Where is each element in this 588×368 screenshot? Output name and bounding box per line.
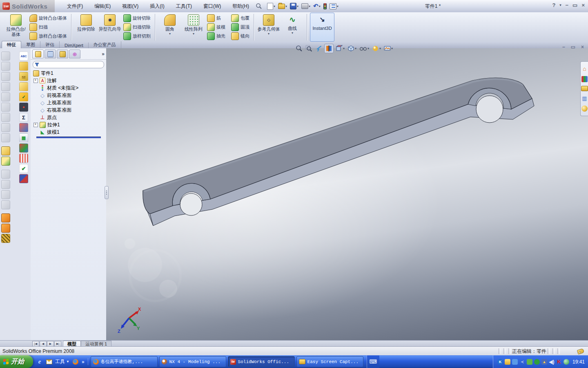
tab-motion-study[interactable]: 运动算例 1: [81, 341, 111, 347]
chevron-down-icon[interactable]: ▾: [193, 32, 194, 36]
search-icon[interactable]: [256, 3, 262, 9]
tab-evaluate[interactable]: 评估: [40, 41, 60, 48]
hide-show-items-button[interactable]: ▾: [359, 44, 370, 53]
new-document-button[interactable]: ▾: [266, 2, 276, 10]
loft-cut-button[interactable]: 放样切割: [122, 32, 152, 40]
dome-button[interactable]: 圆顶: [229, 23, 251, 31]
curves-button[interactable]: ∿ 曲线 ▾: [281, 13, 304, 41]
tree-item-annotations[interactable]: + A 注解: [31, 77, 106, 84]
chevron-down-icon[interactable]: ▾: [268, 32, 270, 36]
design-library-button[interactable]: [581, 76, 588, 82]
rebuild-clock-icon[interactable]: ●: [19, 103, 28, 112]
tab-office-products[interactable]: 办公室产品: [89, 41, 121, 48]
featuremanager-tab[interactable]: [32, 49, 44, 58]
taskbar-window-nx[interactable]: NX 4 - Modeling ...: [159, 356, 226, 367]
feature-toolbar-icon[interactable]: [1, 133, 10, 142]
chevron-down-icon[interactable]: ▾: [355, 47, 356, 50]
part-side-face[interactable]: [150, 99, 534, 226]
tag-icon[interactable]: [577, 348, 585, 354]
part-hole-left[interactable]: [180, 193, 202, 215]
zebra-stripes-icon[interactable]: [19, 154, 28, 163]
feature-toolbar-icon[interactable]: [1, 92, 10, 101]
tab-features[interactable]: 特征: [2, 41, 21, 48]
feature-toolbar-icon[interactable]: [1, 170, 10, 179]
feature-toolbar-icon[interactable]: [1, 190, 10, 199]
menu-insert[interactable]: 插入(I): [145, 2, 169, 11]
graphics-viewport[interactable]: ▾ ▾ ▾ ▾ ▾ − ▭ ×: [106, 48, 588, 340]
edit-appearance-button[interactable]: ▾: [371, 44, 382, 53]
tray-shield-icon[interactable]: [534, 359, 540, 365]
tree-item-front-plane[interactable]: ◇ 前视基准面: [31, 92, 106, 99]
revolve-boss-button[interactable]: 旋转凸台/基体: [28, 14, 69, 22]
chevron-down-icon[interactable]: ▾: [368, 47, 369, 50]
feature-toolbar-icon[interactable]: [1, 72, 10, 81]
display-style-button[interactable]: ▾: [347, 44, 357, 53]
chevron-down-icon[interactable]: ▾: [379, 47, 381, 50]
minimize-button[interactable]: −: [566, 2, 569, 8]
extrude-cut-button[interactable]: 拉伸切除: [74, 13, 98, 41]
feature-toolbar-icon[interactable]: [1, 213, 10, 222]
ie-icon[interactable]: e: [36, 359, 43, 365]
tray-kaspersky-icon[interactable]: K: [556, 359, 562, 365]
loft-boss-button[interactable]: 放样凸台/基体: [28, 32, 69, 40]
language-bar[interactable]: ⌨: [367, 355, 379, 368]
restore-button[interactable]: ▭: [572, 2, 577, 8]
feature-toolbar-icon[interactable]: [1, 123, 10, 132]
instant3d-button[interactable]: ↘ Instant3D: [310, 13, 334, 42]
extrude-boss-button[interactable]: 拉伸凸台/基体: [4, 13, 28, 41]
part-hole-right[interactable]: [476, 96, 503, 123]
expand-plus-icon[interactable]: +: [33, 123, 38, 127]
appearances-button[interactable]: [581, 105, 588, 112]
taskbar-window-easy-screen-capture[interactable]: Easy Screen Capt...: [296, 356, 363, 367]
feature-toolbar-icon[interactable]: [1, 103, 10, 112]
tab-model[interactable]: 模型: [63, 341, 81, 347]
spell-checker-icon[interactable]: ABC: [19, 52, 28, 61]
tray-folder-share-icon[interactable]: [505, 359, 510, 365]
feature-toolbar-icon[interactable]: [1, 234, 10, 243]
tray-volume-icon[interactable]: ◀): [549, 359, 555, 365]
feature-toolbar-icon[interactable]: [1, 82, 10, 91]
file-explorer-button[interactable]: [581, 86, 588, 91]
chevron-down-icon[interactable]: ▾: [391, 47, 393, 50]
tray-kingsoft-icon[interactable]: K: [497, 359, 503, 365]
tray-globe-icon[interactable]: [564, 359, 569, 365]
measure-icon[interactable]: [19, 62, 28, 71]
taskbar-window-firefox[interactable]: 各位高手请指教,...: [91, 356, 158, 367]
feature-toolbar-icon[interactable]: [1, 113, 10, 122]
equations-icon[interactable]: Σ: [19, 113, 28, 122]
mirror-button[interactable]: 镜向: [229, 32, 251, 40]
configurationmanager-tab[interactable]: [57, 49, 68, 58]
revolve-cut-button[interactable]: 旋转切除: [122, 14, 152, 22]
menu-help[interactable]: 帮助(H): [227, 2, 254, 11]
feature-filter-input[interactable]: [33, 61, 104, 68]
rib-button[interactable]: 筋: [205, 14, 227, 22]
tree-item-material[interactable]: 材质 <未指定>: [31, 84, 106, 92]
shell-button[interactable]: 抽壳: [205, 32, 227, 40]
deviation-analysis-icon[interactable]: ▦: [19, 133, 28, 142]
tree-item-extrude1[interactable]: + 拉伸1: [31, 121, 106, 128]
firefox-icon[interactable]: [72, 359, 79, 365]
menu-tools[interactable]: 工具(T): [171, 2, 197, 11]
tray-cable-icon[interactable]: ≺: [519, 359, 525, 365]
print-button[interactable]: ▾: [301, 3, 311, 9]
undo-button[interactable]: ↶▾: [312, 3, 321, 9]
panel-expand-button[interactable]: »: [102, 51, 105, 57]
view-palette-button[interactable]: ▥: [581, 95, 588, 101]
tab-scroll-next-button[interactable]: ▶: [47, 341, 54, 347]
tab-scroll-prev-button[interactable]: ◀: [40, 341, 47, 347]
tab-dimxpert[interactable]: DimXpert: [60, 43, 89, 48]
tree-item-right-plane[interactable]: ◇ 右视基准面: [31, 106, 106, 114]
menu-view[interactable]: 视图(V): [117, 2, 143, 11]
menu-edit[interactable]: 编辑(E): [89, 2, 116, 11]
start-button[interactable]: 开始: [0, 355, 33, 368]
open-button[interactable]: ▾: [277, 3, 288, 9]
rebuild-button[interactable]: [323, 3, 327, 10]
chevron-down-icon[interactable]: ▾: [343, 47, 345, 50]
tab-scroll-first-button[interactable]: |◀: [32, 341, 39, 347]
statistics-icon[interactable]: [19, 82, 28, 91]
mail-icon[interactable]: [46, 359, 52, 365]
doc-minimize-button[interactable]: −: [562, 44, 565, 50]
feature-toolbar-icon[interactable]: [1, 62, 10, 71]
feature-toolbar-icon[interactable]: [1, 224, 10, 233]
mass-properties-icon[interactable]: ⚍: [19, 72, 28, 81]
